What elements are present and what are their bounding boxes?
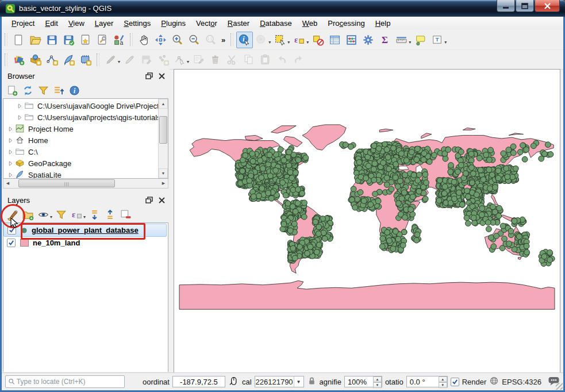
redo-button[interactable]: [290, 51, 307, 68]
add-vector-layer-button[interactable]: [27, 51, 44, 68]
open-layer-styling-button[interactable]: [5, 207, 20, 222]
add-selected-layers-button[interactable]: [5, 83, 20, 98]
select-features-button[interactable]: [272, 32, 289, 48]
chevron-down-icon[interactable]: ▾: [306, 40, 309, 45]
expand-arrow-icon[interactable]: [7, 148, 14, 155]
layers-float-button[interactable]: [144, 195, 153, 205]
delete-selected-button[interactable]: [207, 51, 224, 68]
resize-grip[interactable]: [556, 383, 563, 390]
manage-map-themes-button[interactable]: [36, 207, 51, 222]
chevron-down-icon[interactable]: ▾: [83, 214, 86, 220]
menu-database[interactable]: Database: [255, 17, 297, 29]
layers-close-button[interactable]: [157, 195, 166, 205]
paste-features-button[interactable]: [257, 51, 274, 68]
refresh-button[interactable]: [20, 83, 36, 98]
scroll-left-icon[interactable]: ◀: [3, 179, 12, 187]
browser-item-project-home[interactable]: Project Home: [3, 123, 168, 134]
chevron-down-icon[interactable]: ▾: [444, 40, 447, 45]
scroll-right-icon[interactable]: ▶: [159, 179, 168, 187]
locate-search[interactable]: [5, 375, 125, 388]
add-group-button[interactable]: [20, 207, 36, 222]
layer-visibility-checkbox[interactable]: [7, 226, 16, 235]
expand-arrow-icon[interactable]: [7, 160, 14, 167]
show-layout-manager-button[interactable]: [94, 32, 110, 48]
toolbar-handle[interactable]: [230, 33, 233, 46]
save-layer-edits-button[interactable]: [138, 51, 155, 68]
menu-web[interactable]: Web: [297, 17, 323, 29]
remove-layer-button[interactable]: [118, 207, 133, 222]
rotation-spinbox[interactable]: ▲▼: [406, 376, 448, 387]
run-feature-action-button[interactable]: [253, 32, 270, 48]
browser-item-c-[interactable]: C:\: [3, 146, 168, 157]
layer-row-global_power_plant_database[interactable]: global_power_plant_database: [3, 224, 167, 237]
save-project-button[interactable]: [44, 32, 60, 48]
style-manager-button[interactable]: a: [110, 32, 127, 48]
locate-input[interactable]: [16, 377, 122, 386]
chevron-down-icon[interactable]: ▾: [409, 40, 411, 45]
collapse-all-layers-button[interactable]: [102, 207, 118, 222]
cut-features-button[interactable]: [224, 51, 240, 68]
pan-map-button[interactable]: [136, 32, 152, 48]
browser-close-button[interactable]: [157, 71, 166, 80]
toolbar-handle[interactable]: [5, 53, 7, 66]
chevron-down-icon[interactable]: ▼: [294, 376, 303, 387]
menu-settings[interactable]: Settings: [118, 17, 156, 29]
browser-item-spatialite[interactable]: SpatiaLite: [3, 169, 168, 178]
vertex-tool-button[interactable]: [171, 51, 188, 68]
mouse-extents-icon[interactable]: [228, 375, 239, 388]
render-checkbox[interactable]: Render: [451, 378, 487, 386]
expand-arrow-icon[interactable]: [16, 114, 23, 121]
menu-help[interactable]: Help: [370, 17, 396, 29]
spinner-arrows[interactable]: ▲▼: [373, 376, 382, 387]
zoom-in-button[interactable]: [169, 32, 186, 48]
scroll-down-icon[interactable]: ▼: [159, 168, 168, 178]
new-geopackage-layer-button[interactable]: [60, 51, 77, 68]
browser-horizontal-scrollbar[interactable]: ◀ ||| ▶: [3, 179, 168, 189]
text-annotation-button[interactable]: T: [429, 32, 445, 48]
browser-float-button[interactable]: [144, 71, 153, 80]
toolbar-handle[interactable]: [5, 33, 7, 46]
new-project-button[interactable]: [10, 32, 27, 48]
expand-all-button[interactable]: [87, 207, 102, 222]
zoom-native-button[interactable]: 1:1: [202, 32, 219, 48]
menu-processing[interactable]: Processing: [322, 17, 370, 29]
browser-vertical-scrollbar[interactable]: ▲ ▼: [158, 99, 168, 178]
toggle-editing-button[interactable]: [121, 51, 138, 68]
modify-attributes-button[interactable]: [190, 51, 207, 68]
rotation-input[interactable]: [407, 377, 439, 387]
add-record-button[interactable]: [155, 51, 171, 68]
deselect-features-button[interactable]: [310, 32, 326, 48]
menu-vector[interactable]: Vector: [191, 17, 222, 29]
identify-features-button[interactable]: i: [236, 32, 253, 48]
magnifier-spinbox[interactable]: ▲▼: [344, 376, 382, 387]
browser-item-c-users-ujaval-google-drive-projects-[interactable]: C:\Users\ujaval\Google Drive\Projects\: [3, 100, 168, 112]
browser-item-home[interactable]: Home: [3, 134, 168, 146]
new-shapefile-layer-button[interactable]: [44, 51, 60, 68]
map-canvas[interactable]: [174, 69, 560, 373]
enable-properties-widget-button[interactable]: i: [67, 83, 82, 98]
filter-browser-button[interactable]: [36, 83, 51, 98]
expand-arrow-icon[interactable]: [7, 125, 14, 132]
field-calculator-button[interactable]: [343, 32, 360, 48]
crs-status[interactable]: EPSG:4326: [502, 378, 541, 386]
coordinate-input[interactable]: [173, 377, 225, 387]
lock-scale-icon[interactable]: [307, 376, 317, 387]
copy-features-button[interactable]: [240, 51, 257, 68]
scrollbar-thumb[interactable]: [159, 116, 167, 144]
menu-edit[interactable]: Edit: [40, 17, 63, 29]
title-bar[interactable]: basic_vector_styling - QGIS: [0, 0, 565, 17]
expand-arrow-icon[interactable]: [16, 102, 23, 109]
expand-arrow-icon[interactable]: [7, 137, 14, 144]
scrollbar-thumb[interactable]: |||: [18, 179, 115, 187]
menu-plugins[interactable]: Plugins: [156, 17, 191, 29]
browser-item-c-users-ujaval-projects-qgis-tutorials-[interactable]: C:\Users\ujaval\projects\qgis-tutorials\: [3, 112, 168, 123]
layer-visibility-checkbox[interactable]: [7, 239, 16, 247]
menu-raster[interactable]: Raster: [222, 17, 255, 29]
expand-arrow-icon[interactable]: [7, 171, 14, 178]
zoom-out-button[interactable]: [186, 32, 202, 48]
measure-line-button[interactable]: [393, 32, 410, 48]
select-by-expression-button[interactable]: ε: [291, 32, 308, 48]
open-project-button[interactable]: [27, 32, 44, 48]
scroll-up-icon[interactable]: ▲: [159, 99, 168, 109]
browser-item-geopackage[interactable]: GeoPackage: [3, 157, 168, 169]
